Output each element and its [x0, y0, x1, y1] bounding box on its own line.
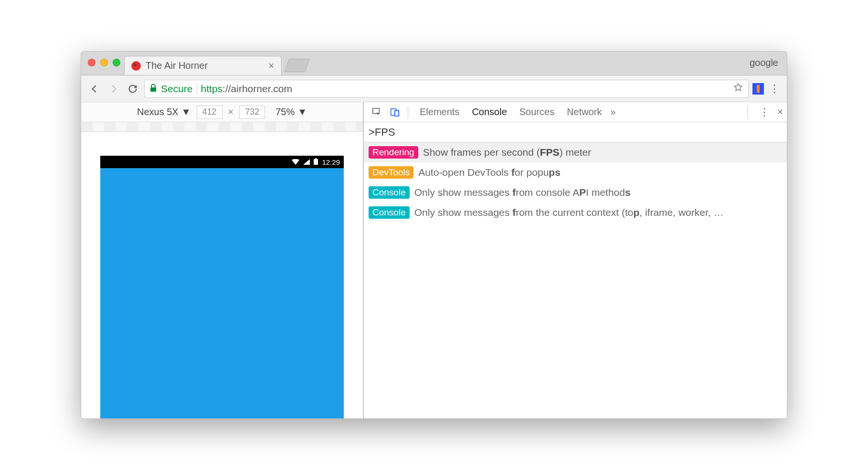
- url: https://airhorner.com: [201, 83, 292, 95]
- command-menu-item[interactable]: ConsoleOnly show messages from console A…: [364, 182, 787, 203]
- viewport-width-input[interactable]: [197, 106, 222, 119]
- command-menu-item[interactable]: DevToolsAuto-open DevTools for popups: [364, 162, 787, 182]
- zoom-selector[interactable]: 75% ▼: [275, 107, 307, 118]
- devtools-close-button[interactable]: ×: [777, 107, 783, 118]
- new-tab-button[interactable]: [284, 59, 310, 72]
- emulated-viewport[interactable]: 12:29: [81, 132, 363, 418]
- devtools-separator: [408, 106, 408, 118]
- emulated-page: 12:29: [100, 156, 344, 418]
- command-item-text: Only show messages from the current cont…: [414, 207, 724, 218]
- dropdown-caret-icon: ▼: [297, 107, 307, 118]
- ruler: [81, 122, 363, 132]
- command-item-text: Auto-open DevTools for popups: [418, 167, 561, 178]
- devtools-header: ElementsConsoleSourcesNetwork » ⋮ ×: [364, 102, 787, 122]
- window-close-button[interactable]: [88, 59, 95, 66]
- devtools-tab-elements[interactable]: Elements: [420, 107, 459, 118]
- url-scheme: https: [201, 83, 223, 94]
- status-time: 12:29: [322, 158, 340, 166]
- command-menu-item[interactable]: ConsoleOnly show messages from the curre…: [364, 203, 787, 223]
- lock-icon: [149, 83, 157, 95]
- android-status-bar: 12:29: [100, 156, 344, 168]
- command-item-text: Show frames per second (FPS) meter: [423, 147, 591, 158]
- dropdown-caret-icon: ▼: [181, 107, 191, 118]
- device-name-label: Nexus 5X: [137, 107, 179, 118]
- inspect-element-icon[interactable]: [368, 103, 386, 121]
- command-badge-rendering: Rendering: [369, 146, 418, 159]
- bookmark-star-icon[interactable]: [733, 82, 743, 95]
- omnibox-separator: [197, 83, 197, 95]
- svg-rect-1: [314, 159, 318, 165]
- browser-window: The Air Horner × google Secure https://a…: [81, 51, 787, 419]
- content-area: Nexus 5X ▼ × 75% ▼: [81, 102, 787, 418]
- device-emulation-pane: Nexus 5X ▼ × 75% ▼: [81, 102, 364, 418]
- command-menu-item[interactable]: RenderingShow frames per second (FPS) me…: [364, 142, 787, 162]
- url-rest: ://airhorner.com: [222, 83, 292, 94]
- chrome-menu-button[interactable]: ⋮: [768, 83, 781, 95]
- tab-favicon: [131, 61, 141, 71]
- address-bar[interactable]: Secure https://airhorner.com: [144, 80, 749, 98]
- reload-button[interactable]: [125, 81, 140, 96]
- svg-rect-5: [395, 110, 399, 116]
- devtools-menu-button[interactable]: ⋮: [759, 106, 770, 118]
- zoom-value: 75%: [275, 107, 295, 118]
- svg-rect-3: [373, 108, 380, 113]
- battery-icon: [314, 158, 318, 166]
- titlebar: The Air Horner × google: [81, 52, 787, 75]
- devtools-tab-sources[interactable]: Sources: [519, 107, 554, 118]
- command-menu-results: RenderingShow frames per second (FPS) me…: [364, 142, 787, 223]
- tabs-overflow-icon[interactable]: »: [611, 107, 616, 118]
- forward-button[interactable]: [106, 81, 121, 96]
- window-minimize-button[interactable]: [100, 59, 108, 66]
- wifi-icon: [292, 158, 299, 166]
- device-selector[interactable]: Nexus 5X ▼: [137, 107, 191, 118]
- svg-rect-2: [315, 158, 317, 159]
- command-badge-devtools: DevTools: [369, 166, 413, 179]
- tab-title: The Air Horner: [146, 60, 263, 71]
- profile-label[interactable]: google: [750, 57, 778, 68]
- viewport-height-input[interactable]: [239, 106, 265, 119]
- devtools-tabs: ElementsConsoleSourcesNetwork: [420, 107, 602, 118]
- browser-tab[interactable]: The Air Horner ×: [124, 56, 282, 75]
- command-badge-console: Console: [369, 206, 410, 219]
- lighthouse-extension-icon[interactable]: [752, 83, 764, 95]
- nav-toolbar: Secure https://airhorner.com ⋮: [81, 75, 787, 102]
- secure-label: Secure: [161, 83, 193, 95]
- back-button[interactable]: [87, 81, 102, 96]
- cell-signal-icon: [303, 158, 310, 166]
- device-toolbar: Nexus 5X ▼ × 75% ▼: [81, 102, 363, 122]
- command-menu-input[interactable]: >FPS: [364, 122, 787, 142]
- dimension-x: ×: [228, 107, 234, 118]
- command-item-text: Only show messages from console API meth…: [414, 187, 631, 198]
- devtools-separator: [747, 106, 748, 118]
- tab-close-button[interactable]: ×: [268, 60, 275, 71]
- devtools-pane: ElementsConsoleSourcesNetwork » ⋮ × >FPS…: [364, 102, 787, 418]
- command-badge-console: Console: [369, 186, 410, 199]
- window-controls: [88, 59, 120, 66]
- window-maximize-button[interactable]: [113, 59, 120, 66]
- devtools-tab-console[interactable]: Console: [472, 107, 507, 118]
- command-menu-query: >FPS: [369, 126, 395, 139]
- toggle-device-toolbar-icon[interactable]: [386, 103, 404, 121]
- devtools-tab-network[interactable]: Network: [567, 107, 602, 118]
- svg-rect-0: [150, 87, 156, 92]
